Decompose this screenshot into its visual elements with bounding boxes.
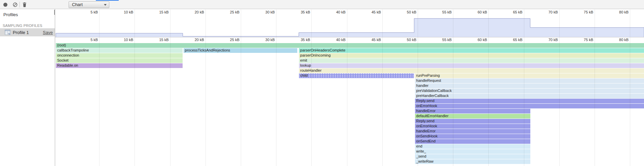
record-button[interactable] — [2, 2, 8, 8]
ruler-top-label: 55 kB — [442, 10, 452, 14]
gridline — [524, 9, 524, 166]
flame-bar[interactable]: Readable.on — [56, 63, 183, 68]
block-icon — [12, 2, 18, 7]
flame-bar[interactable]: onErrorHook — [415, 124, 530, 129]
flame-bar[interactable]: parserOnIncoming — [299, 53, 644, 58]
profile-name: Profile 1 — [13, 30, 29, 35]
ruler-top-label: 60 kB — [478, 10, 487, 14]
flame-bar[interactable]: end — [415, 144, 530, 149]
flame-bar[interactable]: handler — [415, 84, 644, 88]
ruler-top-label: 50 kB — [407, 10, 416, 14]
sidebar-splitter[interactable] — [55, 0, 55, 166]
ruler-top-label: 30 kB — [265, 10, 275, 14]
profiles-sidebar: Profiles SAMPLING PROFILES % Profile 1 S… — [0, 9, 55, 166]
flame-bar[interactable]: routeHandler — [299, 68, 644, 73]
flame-bar[interactable]: parserOnHeadersComplete — [299, 48, 644, 53]
gridline — [135, 9, 135, 166]
gridline — [453, 9, 453, 166]
gridline — [630, 9, 630, 166]
flame-bar[interactable]: preHandlerCallback — [415, 94, 644, 98]
flame-bar[interactable]: processTicksAndRejections — [184, 48, 298, 53]
flame-bar[interactable]: emit — [299, 58, 644, 63]
flame-bar[interactable]: _send — [415, 154, 530, 159]
sidebar-heading: Profiles — [3, 12, 18, 17]
flame-bar[interactable]: onSendHook — [415, 134, 530, 139]
gridline — [311, 9, 312, 166]
ruler-bottom-label: 35 kB — [301, 38, 310, 42]
record-icon — [3, 2, 8, 7]
gridline — [418, 9, 418, 166]
flame-bar[interactable]: handleRequest — [415, 78, 644, 83]
sidebar-item-profile-1[interactable]: % Profile 1 Save — [0, 28, 55, 36]
ruler-bottom-label: 80 kB — [619, 38, 629, 42]
ruler-bottom-label: 40 kB — [336, 38, 345, 42]
flame-bar[interactable]: Reply.send — [415, 99, 644, 103]
flame-bar[interactable]: Socket — [56, 58, 183, 63]
flame-bar[interactable]: defaultErrorHandler — [415, 114, 530, 119]
ruler-bottom-label: 25 kB — [230, 38, 239, 42]
flame-bar[interactable]: preValidationCallback — [415, 89, 644, 93]
active-tab-indicator — [96, 0, 119, 1]
ruler-top-label: 80 kB — [619, 10, 629, 14]
gridline — [595, 9, 595, 166]
ruler-top-label: 10 kB — [124, 10, 133, 14]
flame-bar[interactable]: Reply.send — [415, 119, 530, 124]
gridline — [488, 9, 489, 166]
chevron-down-icon — [104, 4, 107, 6]
ruler-bottom-label: 10 kB — [124, 38, 133, 42]
ruler-top-label: 5 kB — [90, 10, 98, 14]
flame-bar[interactable]: onErrorHook — [415, 104, 644, 108]
svg-text:%: % — [8, 33, 10, 35]
flame-bar[interactable]: _writeRaw — [415, 159, 530, 164]
ruler-bottom-label: 15 kB — [159, 38, 168, 42]
flame-bar[interactable]: onconnection — [56, 53, 183, 58]
ruler-top-label: 15 kB — [159, 10, 168, 14]
ruler-bottom-label: 5 kB — [90, 38, 98, 42]
gridline — [347, 9, 347, 166]
gridline — [241, 9, 241, 166]
ruler-bottom-label: 60 kB — [478, 38, 487, 42]
toolbar-separator — [20, 2, 20, 7]
view-mode-select[interactable]: Chart — [69, 1, 109, 8]
ruler-top-label: 65 kB — [513, 10, 522, 14]
flame-bar[interactable]: write_ — [415, 149, 530, 154]
toolbar: Chart — [0, 0, 644, 9]
flame-bar[interactable]: runPreParsing — [415, 73, 644, 78]
gridline — [276, 9, 276, 166]
gridline — [382, 9, 383, 166]
ruler-top-label: 45 kB — [372, 10, 381, 14]
ruler-top-label: 75 kB — [584, 10, 593, 14]
flame-bar[interactable]: child — [299, 73, 414, 78]
view-mode-value: Chart — [72, 2, 83, 7]
ruler-bottom-label: 50 kB — [407, 38, 416, 42]
sampling-profiles-section-title: SAMPLING PROFILES — [3, 24, 42, 28]
flame-bar[interactable]: handleError — [415, 129, 530, 134]
heap-profile-icon: % — [5, 30, 10, 36]
gridline — [205, 9, 206, 166]
ruler-bottom-label: 20 kB — [195, 38, 204, 42]
ruler-bottom-label: 65 kB — [513, 38, 522, 42]
trash-icon — [22, 2, 27, 7]
gridline — [559, 9, 560, 166]
ruler-top-label: 35 kB — [301, 10, 310, 14]
flame-bar[interactable]: onSendEnd — [415, 139, 530, 144]
clear-button[interactable] — [12, 2, 18, 8]
save-profile-link[interactable]: Save — [43, 30, 53, 35]
ruler-bottom-label: 75 kB — [584, 38, 593, 42]
ruler-divider — [55, 37, 644, 37]
ruler-top-label: 20 kB — [195, 10, 204, 14]
flame-bar[interactable]: callbackTrampoline — [56, 48, 183, 53]
ruler-top-label: 40 kB — [336, 10, 345, 14]
ruler-bottom-label: 55 kB — [442, 38, 452, 42]
gridline — [99, 9, 100, 166]
ruler-bottom-label: 45 kB — [372, 38, 381, 42]
flame-bar[interactable]: handleError — [415, 109, 530, 113]
flame-bar[interactable]: (root) — [56, 43, 644, 48]
flame-bar[interactable]: lookup — [299, 63, 644, 68]
ruler-bottom-label: 70 kB — [548, 38, 558, 42]
delete-profile-button[interactable] — [22, 2, 28, 8]
overview-scrollbar-thumb[interactable] — [54, 10, 55, 15]
ruler-top-label: 25 kB — [230, 10, 239, 14]
ruler-top-label: 70 kB — [548, 10, 558, 14]
gridline — [170, 9, 171, 166]
